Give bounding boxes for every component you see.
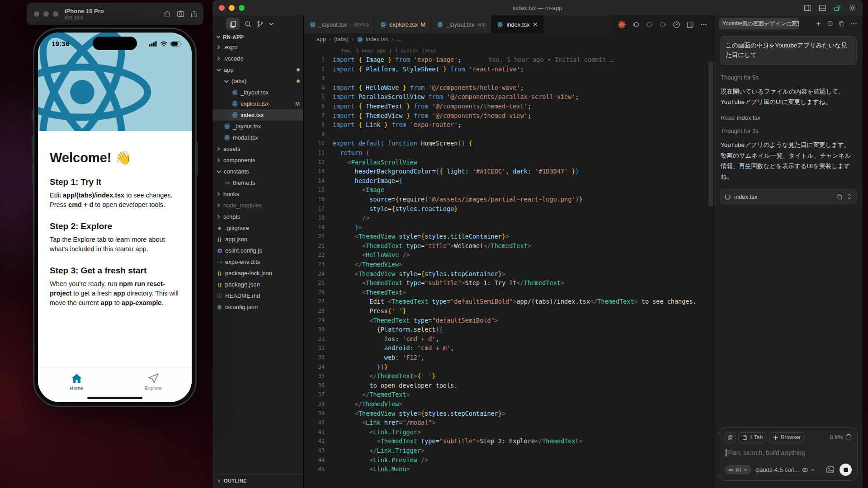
- chat-composer[interactable]: @ 1 TabBrowser8.9% Plan, search, build a…: [719, 427, 858, 481]
- file-tree-item-components[interactable]: components: [212, 155, 303, 166]
- nav-back-icon[interactable]: [632, 21, 640, 28]
- agent-mode-selector[interactable]: ∞ ⌘I: [725, 465, 751, 474]
- file-tree-item-.expo[interactable]: .expo: [212, 42, 303, 53]
- file-tree-item-constants[interactable]: constants: [212, 166, 303, 177]
- thought-duration[interactable]: Thought for 3s: [721, 127, 856, 134]
- file-tree-item--layout.tsx[interactable]: _layout.tsx: [212, 87, 303, 98]
- file-tree-item-index.tsx[interactable]: index.tsx: [212, 109, 303, 121]
- files-icon[interactable]: [226, 18, 240, 30]
- file-tree-item-.gitignore[interactable]: ◆.gitignore: [212, 222, 303, 234]
- file-tree-item-theme.ts[interactable]: TStheme.ts: [212, 177, 303, 188]
- typescript-icon: TS: [224, 181, 231, 185]
- file-tree-item-tsconfig.json[interactable]: ▣tsconfig.json: [212, 301, 303, 313]
- copy-icon[interactable]: [839, 20, 844, 28]
- editor-tab-index.tsx[interactable]: index.tsx: [491, 15, 543, 33]
- more-icon[interactable]: [700, 21, 708, 28]
- code-line-19: 19 }>: [304, 223, 714, 232]
- layout-sidebar-icon[interactable]: [804, 4, 811, 12]
- nav-forward-icon[interactable]: [659, 21, 667, 28]
- git-branch-icon[interactable]: [256, 20, 264, 28]
- context-chip-browser[interactable]: Browser: [769, 432, 804, 442]
- file-tree-item-app.json[interactable]: {}app.json: [212, 234, 303, 245]
- editor-scrollbar[interactable]: [708, 61, 713, 206]
- maximize-button[interactable]: [239, 5, 245, 11]
- tool-edit-chip[interactable]: index.tsx: [720, 189, 857, 204]
- chevron-down-icon[interactable]: [269, 21, 274, 27]
- titlebar-actions: [804, 4, 856, 12]
- outline-section-header[interactable]: OUTLINE: [212, 474, 303, 483]
- file-tree-item-modal.tsx[interactable]: modal.tsx: [212, 132, 303, 143]
- copy-icon[interactable]: [836, 193, 842, 200]
- context-usage: 8.9%: [830, 434, 852, 441]
- chevron-up-icon: [811, 469, 815, 471]
- file-tree-item-package.json[interactable]: {}package.json: [212, 279, 303, 290]
- nav-circle-icon[interactable]: [646, 21, 653, 28]
- breadcrumb-item[interactable]: (tabs): [334, 36, 349, 42]
- file-tree-item-.vscode[interactable]: .vscode: [212, 53, 303, 64]
- step-title: Step 1: Try it: [50, 177, 184, 187]
- code-editor[interactable]: You, 1 hour ago | 1 author (You) 1import…: [304, 45, 714, 488]
- status-bar-indicators: [149, 41, 182, 47]
- run-icon[interactable]: [673, 21, 680, 28]
- vscode-titlebar[interactable]: index.tsx — rn-app: [212, 0, 863, 15]
- code-line-17: 17 style={styles.reactLogo}: [304, 204, 714, 214]
- zoom-window-button[interactable]: [53, 11, 58, 17]
- chat-thread: この画面の中身をYoutubeアプリみたいな見た目にして Thought for…: [714, 32, 862, 488]
- editor-tab-explore.tsx[interactable]: explore.tsxM: [374, 15, 431, 33]
- thought-duration[interactable]: Thought for 5s: [721, 74, 856, 81]
- search-icon[interactable]: [244, 20, 252, 28]
- stop-button[interactable]: [840, 464, 852, 476]
- close-button[interactable]: [219, 5, 225, 11]
- more-icon[interactable]: [850, 20, 858, 28]
- minimize-button[interactable]: [229, 5, 235, 11]
- minimize-window-button[interactable]: [43, 11, 49, 17]
- chevron-right-icon: [216, 45, 221, 50]
- split-editor-icon[interactable]: [686, 21, 694, 28]
- editor-tab--layout.tsx[interactable]: _layout.tsx.../(tabs): [304, 15, 374, 33]
- file-tree-item-node-modules[interactable]: node_modules: [212, 200, 303, 211]
- file-tree-item-package-lock.json[interactable]: {}package-lock.json: [212, 267, 303, 279]
- user-message[interactable]: この画面の中身をYoutubeアプリみたいな見た目にして: [720, 36, 857, 65]
- context-chip-1-tab[interactable]: 1 Tab: [738, 432, 766, 442]
- stack-icon[interactable]: [834, 4, 841, 12]
- image-attach-icon[interactable]: [826, 466, 834, 473]
- screenshot-icon[interactable]: [177, 10, 184, 18]
- ai-starburst-icon[interactable]: [618, 20, 626, 29]
- share-icon[interactable]: [190, 10, 198, 18]
- home-indicator[interactable]: [87, 397, 142, 399]
- file-tree-item-app[interactable]: app: [212, 64, 303, 75]
- file-tree-item-hooks[interactable]: hooks: [212, 188, 303, 200]
- model-selector[interactable]: claude-4.5-son...: [755, 466, 815, 473]
- breadcrumb-item[interactable]: …: [396, 36, 402, 42]
- mention-button[interactable]: @: [725, 432, 736, 442]
- file-tree-item-expo-env.d.ts[interactable]: TSexpo-env.d.ts: [212, 256, 303, 267]
- close-window-button[interactable]: [34, 11, 39, 17]
- close-icon[interactable]: [533, 22, 538, 27]
- file-tree-item--layout.tsx[interactable]: _layout.tsx: [212, 121, 303, 132]
- gear-icon[interactable]: [849, 4, 856, 12]
- file-tree-item-explore.tsx[interactable]: explore.tsxM: [212, 98, 303, 109]
- layout-panel-icon[interactable]: [819, 4, 826, 12]
- breadcrumb-item[interactable]: app: [316, 36, 326, 42]
- history-icon[interactable]: [827, 20, 833, 28]
- file-tree-item-assets[interactable]: assets: [212, 143, 303, 155]
- chevron-right-icon: [216, 192, 221, 197]
- breadcrumb-item[interactable]: index.tsx: [357, 36, 388, 43]
- eslint-icon: [216, 248, 223, 253]
- explorer-root-folder[interactable]: RN-APP: [212, 33, 303, 42]
- file-tree-item-scripts[interactable]: scripts: [212, 211, 303, 222]
- read-file-row[interactable]: Readindex.tsx: [721, 114, 856, 121]
- plus-icon[interactable]: [816, 20, 821, 28]
- unfold-icon[interactable]: [847, 193, 852, 200]
- chat-input[interactable]: Plan, search, build anything: [726, 449, 851, 456]
- assistant-message: YouTubeアプリのような見た目に変更します。動画のサムネイル一覧、タイトル、…: [721, 140, 856, 182]
- file-tree-item-readme.md[interactable]: ⓘREADME.md: [212, 290, 303, 301]
- file-tree-item-eslint.config.js[interactable]: eslint.config.js: [212, 245, 303, 256]
- tsconfig-icon: ▣: [216, 304, 223, 310]
- editor-tab-actions: [611, 15, 714, 33]
- home-icon[interactable]: [163, 10, 171, 18]
- status-bar-time: 19:36: [52, 40, 70, 47]
- chat-tab-title[interactable]: Youtube風の画面デザインに変更: [719, 18, 799, 29]
- editor-tab--layout.tsx[interactable]: _layout.tsxapp: [431, 15, 491, 33]
- file-tree-item--tabs-[interactable]: (tabs): [212, 75, 303, 87]
